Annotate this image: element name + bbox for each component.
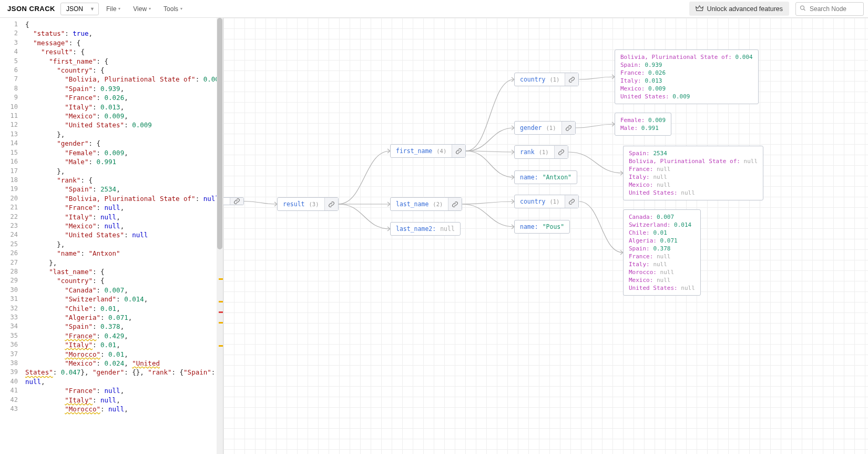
graph-node-fn_gender[interactable]: gender(1) [514,121,576,135]
toolbar: JSON CRACK JSON ▼ File▾ View▾ Tools▾ Unl… [0,0,868,18]
card-row: United States: null [629,284,695,292]
code-line[interactable]: "Morocco": 0.01, [25,350,223,359]
node-body: gender(1) [515,122,561,134]
code-line[interactable]: "last_name": { [25,267,223,276]
code-line[interactable]: "France": 0.026, [25,93,223,102]
code-line[interactable]: "country": { [25,276,223,285]
menu-view[interactable]: View▾ [128,2,156,16]
link-icon[interactable] [565,73,578,86]
code-line[interactable]: "message": { [25,38,223,47]
link-icon[interactable] [448,198,462,210]
svg-line-1 [804,9,805,11]
line-number: 20 [0,194,25,203]
edge [466,151,514,177]
code-line[interactable]: "Bolivia, Plurinational State of": 0.004 [25,75,223,84]
format-select[interactable]: JSON [60,3,99,15]
code-line[interactable]: "status": true, [25,29,223,38]
code-line[interactable]: "Spain": 0.939, [25,84,223,93]
code-line[interactable]: "Male": 0.991 [25,157,223,166]
code-line[interactable]: "Morocco": null, [25,405,223,413]
logo: JSON CRACK [4,5,58,13]
edge [579,77,615,79]
menu-file[interactable]: File▾ [101,2,126,16]
graph-node-fn_name[interactable]: name:"Antxon" [514,170,577,184]
graph-node-result[interactable]: result(3) [277,197,339,211]
graph-node-fn_rank[interactable]: rank(1) [514,145,568,159]
graph-card-card_ln_country[interactable]: Canada: 0.007Switzerland: 0.014Chile: 0.… [623,209,701,296]
line-number: 33 [0,313,25,322]
code-line[interactable]: }, [25,167,223,176]
code-line[interactable]: "Bolivia, Plurinational State of": null, [25,194,223,203]
line-number: 7 [0,75,25,84]
link-icon[interactable] [230,198,243,205]
line-number: 12 [0,120,25,129]
link-icon[interactable] [565,195,578,208]
link-icon[interactable] [452,145,465,157]
code-editor[interactable]: { "status": true, "message": { "result":… [25,18,223,454]
code-line[interactable]: "Mexico": 0.024, "United [25,359,223,368]
line-number: 40 [0,377,25,386]
graph-pane[interactable]: result(3)first_name(4)last_name(2)last_n… [223,18,868,454]
link-icon[interactable] [554,146,568,158]
code-line[interactable]: "Switzerland": 0.014, [25,295,223,304]
graph-node-fn_country[interactable]: country(1) [514,73,579,86]
code-line[interactable]: "United States": 0.009 [25,120,223,129]
code-line[interactable]: }, [25,130,223,139]
graph-card-card_fn_gender[interactable]: Female: 0.009Male: 0.991 [615,113,671,136]
code-line[interactable]: "Mexico": 0.009, [25,112,223,120]
chevron-down-icon: ▾ [180,6,182,11]
code-line[interactable]: }, [25,240,223,249]
code-line[interactable]: "Italy": null, [25,396,223,405]
code-line[interactable]: { [25,20,223,29]
code-line[interactable]: "country": { [25,66,223,75]
line-number: 36 [0,340,25,349]
code-line[interactable]: "Italy": 0.013, [25,103,223,112]
graph-node-ln_country[interactable]: country(1) [514,195,579,208]
code-line[interactable]: }, [25,258,223,267]
line-number: 34 [0,322,25,331]
code-line[interactable]: "Spain": 2534, [25,185,223,194]
code-line[interactable]: "France": null, [25,386,223,395]
line-number: 35 [0,331,25,340]
card-row: Italy: null [629,173,758,181]
graph-node-root[interactable] [223,197,244,205]
code-line[interactable]: "name": "Antxon" [25,249,223,258]
node-body: last_name(2) [391,198,448,210]
unlock-button[interactable]: Unlock advanced features [689,2,789,16]
code-line[interactable]: "result": { [25,47,223,56]
line-number: 29 [0,276,25,285]
node-label: country [520,198,545,205]
menu-tools[interactable]: Tools▾ [158,2,188,16]
code-line[interactable]: "rank": { [25,176,223,185]
code-line[interactable]: "Chile": 0.01, [25,304,223,313]
code-line[interactable]: "France": 0.429, [25,331,223,340]
code-line[interactable]: "United States": null [25,230,223,239]
code-line[interactable]: "France": null, [25,203,223,212]
link-icon[interactable] [324,198,338,210]
card-row: Italy: 0.013 [620,77,753,85]
code-line[interactable]: "Algeria": 0.071, [25,313,223,322]
line-number: 3 [0,38,25,47]
code-line[interactable]: "Spain": 0.378, [25,322,223,331]
line-number: 37 [0,350,25,359]
code-line[interactable]: null, [25,377,223,386]
graph-node-ln_name[interactable]: name:"Pous" [514,220,570,234]
code-line[interactable]: "Italy": null, [25,213,223,221]
graph-card-card_fn_country[interactable]: Bolivia, Plurinational State of: 0.004Sp… [615,49,759,104]
code-line[interactable]: "Italy": 0.01, [25,340,223,349]
code-line[interactable]: "Female": 0.009, [25,148,223,157]
graph-node-first_name[interactable]: first_name(4) [390,144,466,158]
node-value: "Pous" [543,223,565,230]
link-icon[interactable] [561,122,575,134]
code-line[interactable]: States": 0.047}, "gender": {}, "rank": {… [25,368,223,377]
line-number: 42 [0,396,25,405]
code-line[interactable]: "Canada": 0.007, [25,286,223,295]
graph-node-last_name[interactable]: last_name(2) [390,197,462,211]
code-line[interactable]: "Mexico": null, [25,221,223,230]
graph-node-last_name2[interactable]: last_name2:null [390,222,461,236]
code-line[interactable]: "gender": { [25,139,223,148]
graph-card-card_fn_rank[interactable]: Spain: 2534Bolivia, Plurinational State … [623,146,763,200]
code-line[interactable]: "first_name": { [25,57,223,66]
line-number: 2 [0,29,25,38]
card-row: Italy: null [629,260,695,268]
